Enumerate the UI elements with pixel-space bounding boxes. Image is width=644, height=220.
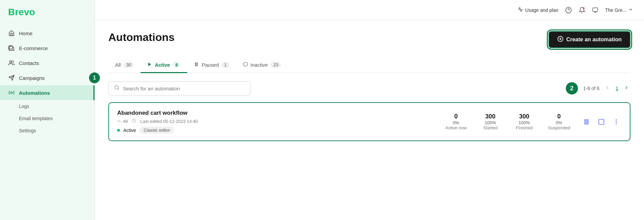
user-menu-button[interactable]: The Gre... xyxy=(605,7,633,13)
logo: Brevo xyxy=(0,7,94,26)
sidebar-item-home-label: Home xyxy=(19,30,33,36)
svg-rect-16 xyxy=(197,63,198,66)
svg-line-19 xyxy=(118,89,119,90)
stat-started: 300 100% Started xyxy=(480,113,500,130)
sidebar-item-ecommerce-label: E-commerce xyxy=(19,45,48,51)
status-dot xyxy=(117,129,120,132)
tab-inactive[interactable]: Inactive 23 xyxy=(236,58,288,73)
stat-suspended-label: Suspended xyxy=(548,125,570,130)
card-status-label: Active xyxy=(123,128,136,133)
card-title: Abandoned cart workflow xyxy=(117,110,434,116)
users-icon xyxy=(8,60,15,66)
editor-badge: Classic editor xyxy=(139,127,174,134)
sidebar-item-settings[interactable]: Settings xyxy=(0,125,94,137)
stat-started-pct: 100% xyxy=(480,120,500,125)
sidebar-item-email-templates[interactable]: Email templates xyxy=(0,112,94,125)
pagination-range: 1-6 of 6 xyxy=(583,86,599,91)
svg-point-26 xyxy=(616,124,617,124)
svg-point-4 xyxy=(11,92,13,94)
stat-suspended-pct: 0% xyxy=(548,120,570,125)
tab-paused-count: 1 xyxy=(221,62,229,68)
sidebar-badge-1: 1 xyxy=(89,72,100,83)
tab-active[interactable]: Active 6 xyxy=(141,58,187,73)
card-info: Abandoned cart workflow 48 Last edited 0… xyxy=(117,110,434,134)
view-action-button[interactable] xyxy=(596,116,607,127)
card-meta: 48 Last edited 05-12-2023 14:40 xyxy=(117,118,434,124)
sidebar: Brevo Home E-commerce Contacts xyxy=(0,0,95,220)
logo-text: Brevo xyxy=(8,7,35,17)
svg-point-1 xyxy=(10,61,12,63)
search-pagination-row: 2 1-6 of 6 1 xyxy=(108,81,630,95)
sidebar-item-logs[interactable]: Logs xyxy=(0,100,94,112)
svg-rect-15 xyxy=(195,63,196,66)
notification-icon-button[interactable] xyxy=(579,7,585,14)
svg-rect-8 xyxy=(593,8,598,12)
sidebar-item-email-templates-label: Email templates xyxy=(19,116,53,121)
svg-point-25 xyxy=(616,122,617,122)
user-name-label: The Gre... xyxy=(605,7,626,13)
activity-icon xyxy=(518,7,523,13)
svg-rect-17 xyxy=(243,63,247,66)
usage-and-plan-button[interactable]: Usage and plan xyxy=(518,7,558,13)
sidebar-item-contacts[interactable]: Contacts xyxy=(0,56,94,70)
stat-finished-label: Finished xyxy=(514,125,534,130)
search-input[interactable] xyxy=(123,86,245,91)
tab-paused-label: Paused xyxy=(201,62,219,68)
stat-finished-pct: 100% xyxy=(514,120,534,125)
card-last-edited: Last edited 05-12-2023 14:40 xyxy=(140,119,198,124)
tab-all[interactable]: All 30 xyxy=(108,58,141,73)
sidebar-item-automations-label: Automations xyxy=(19,90,50,96)
home-icon xyxy=(8,30,15,37)
svg-marker-14 xyxy=(148,63,151,66)
card-status-row: Active Classic editor xyxy=(117,127,434,134)
pagination-next-button[interactable] xyxy=(622,84,630,93)
search-box[interactable] xyxy=(108,81,251,95)
tab-paused[interactable]: Paused 1 xyxy=(187,58,236,73)
page-title: Automations xyxy=(108,31,175,44)
tab-inactive-count: 23 xyxy=(271,62,281,68)
square-icon xyxy=(243,62,248,68)
page-header: Automations Create an automation xyxy=(108,31,630,48)
stat-active-now: 0 0% Active now xyxy=(445,113,467,130)
card-actions xyxy=(581,116,622,127)
stat-started-value: 300 xyxy=(480,113,500,120)
search-icon xyxy=(114,85,120,92)
create-automation-button[interactable]: Create an automation xyxy=(549,31,630,48)
stat-active-now-label: Active now xyxy=(445,125,467,130)
card-stats: 0 0% Active now 300 100% Started 300 100… xyxy=(445,113,570,130)
play-icon xyxy=(147,62,152,68)
stat-started-label: Started xyxy=(480,125,500,130)
pause-action-button[interactable] xyxy=(581,116,592,127)
shopping-bag-icon xyxy=(8,45,15,51)
svg-point-7 xyxy=(583,7,584,9)
pagination-prev-button[interactable] xyxy=(603,84,611,93)
sidebar-item-automations[interactable]: Automations xyxy=(0,85,94,100)
sidebar-item-campaigns[interactable]: Campaigns 1 xyxy=(0,70,94,85)
tab-inactive-label: Inactive xyxy=(251,62,268,68)
more-actions-button[interactable] xyxy=(611,116,622,127)
svg-rect-22 xyxy=(587,119,588,124)
card-id-number: 48 xyxy=(123,119,128,124)
sidebar-item-campaigns-label: Campaigns xyxy=(19,75,45,81)
card-id: 48 xyxy=(117,119,128,124)
svg-point-18 xyxy=(115,86,119,89)
sidebar-nav: Home E-commerce Contacts Campaigns 1 xyxy=(0,26,94,213)
svg-rect-23 xyxy=(599,119,604,124)
help-icon-button[interactable] xyxy=(565,7,572,14)
chevron-down-icon xyxy=(628,7,633,13)
tabs-bar: All 30 Active 6 Paused 1 xyxy=(108,58,630,73)
svg-rect-21 xyxy=(585,119,586,124)
badge-2: 2 xyxy=(566,82,578,94)
plus-circle-icon xyxy=(557,36,563,43)
sidebar-item-logs-label: Logs xyxy=(19,104,29,109)
tab-all-label: All xyxy=(115,62,121,68)
send-icon xyxy=(8,74,15,81)
sidebar-item-ecommerce[interactable]: E-commerce xyxy=(0,41,94,56)
create-automation-label: Create an automation xyxy=(566,37,622,43)
pagination-page-1[interactable]: 1 xyxy=(616,86,618,91)
stat-finished: 300 100% Finished xyxy=(514,113,534,130)
sidebar-item-home[interactable]: Home xyxy=(0,26,94,41)
page-content: Automations Create an automation All 30 … xyxy=(95,20,644,220)
automations-icon xyxy=(8,89,15,96)
top-header: Usage and plan The Gre... xyxy=(95,0,644,20)
